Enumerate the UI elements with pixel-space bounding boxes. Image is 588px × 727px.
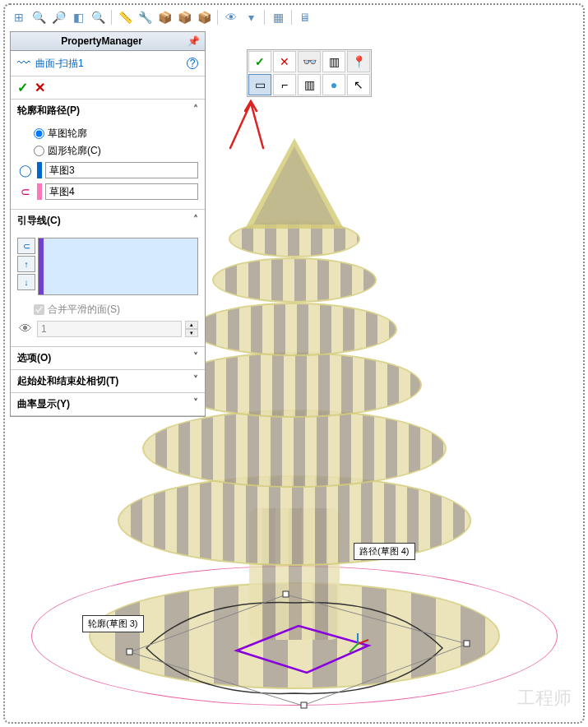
merge-smooth-check[interactable]: 合并平滑的面(S): [17, 298, 198, 318]
guide-spinner[interactable]: [37, 321, 182, 337]
ctx-mode-3-button[interactable]: ▥: [298, 74, 321, 95]
help-icon[interactable]: ?: [187, 58, 198, 69]
feature-name: 曲面-扫描1: [35, 57, 182, 71]
section-profile-path: 轮廓和路径(P) ˄ 草图轮廓 圆形轮廓(C) ◯ ⊂: [11, 100, 205, 210]
sketch-overlay: [97, 586, 492, 710]
pm-feature-row: 〰 曲面-扫描1 ?: [11, 51, 205, 76]
display-style-icon[interactable]: ▾: [242, 8, 260, 26]
sweep-icon: 〰: [17, 56, 30, 71]
guide-curve-icon[interactable]: ⊂: [17, 238, 35, 254]
section-head-tangent[interactable]: 起始处和结束处相切(T) ˅: [11, 370, 205, 392]
chevron-down-icon: ˅: [193, 397, 198, 411]
ctx-cancel-button[interactable]: ✕: [273, 51, 296, 72]
svg-rect-1: [283, 591, 289, 597]
section-curvature: 曲率显示(Y) ˅: [11, 393, 205, 416]
section-head-options[interactable]: 选项(O) ˅: [11, 347, 205, 369]
spin-down[interactable]: ▾: [185, 329, 198, 337]
ctx-zebra-button[interactable]: ▥: [322, 51, 345, 72]
zoom-dynamic-icon[interactable]: 🔍: [89, 8, 107, 26]
ctx-mode-4-button[interactable]: ●: [322, 74, 345, 95]
context-toolbar: ✓ ✕ 👓 ▥ 📍 ▭ ⌐ ▥ ● ↖: [247, 49, 372, 97]
profile-icon: ◯: [17, 162, 34, 178]
move-up-button[interactable]: ↑: [17, 256, 35, 272]
svg-rect-3: [301, 702, 307, 708]
pm-title: PropertyManager: [16, 35, 188, 47]
appearance-icon[interactable]: 🔧: [136, 8, 154, 26]
display-icon[interactable]: 📦: [175, 8, 193, 26]
profile-input[interactable]: [45, 162, 198, 178]
path-icon: ⊂: [17, 183, 34, 200]
section-options: 选项(O) ˅: [11, 347, 205, 370]
svg-rect-0: [127, 649, 132, 655]
callout-path[interactable]: 路径(草图 4): [354, 543, 415, 560]
section-guide: 引导线(C) ˄ ⊂ ↑ ↓ 合并平滑的面(S) 👁: [11, 210, 205, 347]
profile-field-row: ◯: [17, 160, 198, 181]
path-input[interactable]: [45, 183, 198, 200]
watermark: 工程师: [517, 686, 572, 711]
move-down-button[interactable]: ↓: [17, 274, 35, 290]
svg-rect-2: [464, 641, 470, 646]
scene-icon[interactable]: 📦: [155, 8, 174, 26]
section-head-curvature[interactable]: 曲率显示(Y) ˅: [11, 393, 205, 415]
property-manager-panel: PropertyManager 📌 〰 曲面-扫描1 ? ✓ ✕ 轮廓和路径(P…: [10, 31, 206, 417]
radio-circle-profile[interactable]: 圆形轮廓(C): [17, 142, 198, 160]
zoom-fit-icon[interactable]: ⊞: [10, 8, 28, 26]
guide-list[interactable]: [38, 238, 198, 295]
section-head-guide[interactable]: 引导线(C) ˄: [11, 210, 205, 232]
origin-marker: [345, 632, 370, 656]
path-color-bar: [37, 183, 42, 200]
ctx-mode-2-button[interactable]: ⌐: [273, 74, 296, 95]
section-head-profile[interactable]: 轮廓和路径(P) ˄: [11, 100, 205, 122]
view-icon[interactable]: 📦: [195, 8, 213, 26]
ctx-mode-1-button[interactable]: ▭: [248, 74, 271, 95]
zoom-area-icon[interactable]: 🔍: [30, 8, 48, 26]
ctx-cursor-button[interactable]: ↖: [347, 74, 370, 95]
edit-scene-icon[interactable]: ▦: [269, 8, 287, 26]
ctx-pin-button[interactable]: 📍: [347, 51, 370, 72]
radio-sketch-profile[interactable]: 草图轮廓: [17, 125, 198, 142]
hide-show-icon[interactable]: 👁: [222, 8, 240, 26]
cancel-button[interactable]: ✕: [35, 80, 45, 95]
ok-button[interactable]: ✓: [17, 80, 28, 95]
pm-actions: ✓ ✕: [11, 76, 205, 100]
ctx-ok-button[interactable]: ✓: [248, 51, 271, 72]
path-field-row: ⊂: [17, 181, 198, 202]
section-view-icon[interactable]: ◧: [69, 8, 87, 26]
chevron-up-icon: ˄: [193, 104, 198, 118]
pm-header: PropertyManager 📌: [11, 32, 205, 51]
profile-color-bar: [37, 162, 42, 178]
chevron-down-icon: ˅: [193, 374, 198, 388]
pin-icon[interactable]: 📌: [188, 35, 200, 47]
chevron-up-icon: ˄: [193, 214, 198, 228]
ctx-preview-button[interactable]: 👓: [298, 51, 321, 72]
chevron-down-icon: ˅: [193, 351, 198, 365]
svg-line-6: [350, 644, 358, 652]
visibility-row: 👁 ▴ ▾: [17, 318, 198, 340]
spin-up[interactable]: ▴: [185, 321, 198, 329]
callout-profile[interactable]: 轮廓(草图 3): [82, 615, 144, 632]
apply-scene-icon[interactable]: 🖥: [296, 8, 314, 26]
top-toolbar: ⊞ 🔍 🔎 ◧ 🔍 📏 🔧 📦 📦 📦 👁 ▾ ▦ 🖥: [10, 8, 314, 26]
eye-icon[interactable]: 👁: [17, 322, 34, 336]
svg-line-4: [358, 640, 368, 644]
measure-icon[interactable]: 📏: [116, 8, 134, 26]
zoom-prev-icon[interactable]: 🔎: [49, 8, 67, 26]
section-tangent: 起始处和结束处相切(T) ˅: [11, 370, 205, 393]
